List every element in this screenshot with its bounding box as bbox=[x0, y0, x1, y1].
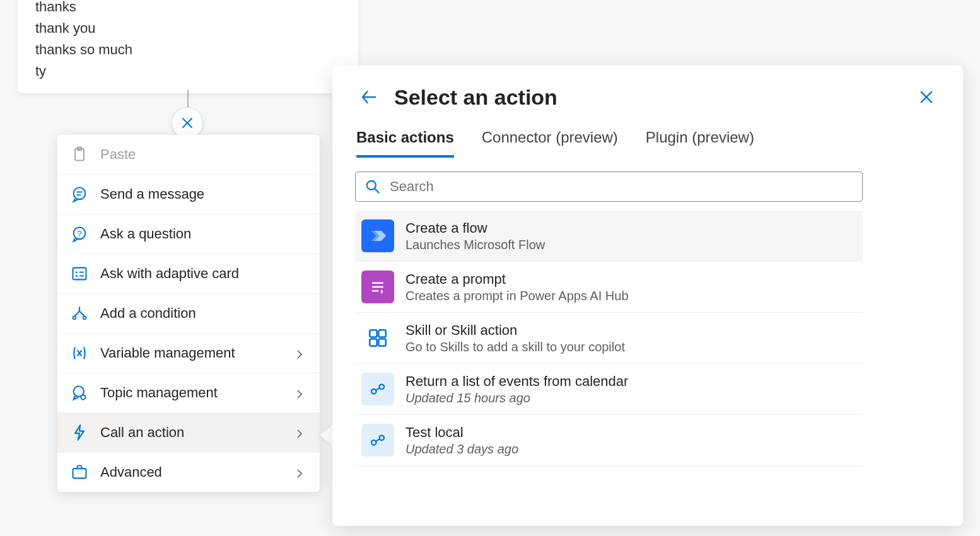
action-create-flow[interactable]: Create a flow Launches Microsoft Flow bbox=[355, 211, 863, 262]
menu-item-call-action[interactable]: Call an action bbox=[57, 413, 320, 453]
action-title: Skill or Skill action bbox=[405, 322, 625, 339]
connector-line bbox=[187, 90, 189, 108]
paste-icon bbox=[70, 145, 89, 164]
menu-label: Ask a question bbox=[100, 226, 191, 242]
menu-item-ask-question[interactable]: ? Ask a question bbox=[57, 214, 320, 254]
svg-point-13 bbox=[83, 317, 86, 320]
svg-line-31 bbox=[376, 439, 380, 441]
svg-rect-25 bbox=[378, 339, 385, 346]
menu-label: Ask with adaptive card bbox=[100, 265, 239, 282]
svg-rect-23 bbox=[378, 330, 385, 337]
svg-line-28 bbox=[376, 388, 380, 390]
condition-icon bbox=[70, 304, 89, 323]
chevron-right-icon bbox=[295, 347, 307, 359]
menu-label: Variable management bbox=[100, 345, 235, 361]
panel-header: Select an action bbox=[355, 83, 940, 111]
back-button[interactable] bbox=[355, 83, 383, 111]
svg-rect-22 bbox=[370, 330, 376, 337]
message-icon bbox=[70, 185, 89, 204]
panel-title: Select an action bbox=[394, 85, 913, 110]
svg-point-10 bbox=[76, 275, 78, 277]
variable-icon bbox=[70, 344, 89, 363]
trigger-phrase: ty bbox=[35, 61, 341, 82]
topic-icon bbox=[70, 383, 89, 402]
close-icon bbox=[180, 115, 195, 131]
action-title: Return a list of events from calendar bbox=[405, 373, 628, 390]
menu-item-send-message[interactable]: Send a message bbox=[57, 175, 320, 214]
cloud-flow-icon bbox=[361, 424, 394, 457]
action-subtitle: Updated 3 days ago bbox=[405, 442, 518, 457]
action-skill[interactable]: Skill or Skill action Go to Skills to ad… bbox=[355, 313, 863, 364]
card-icon bbox=[70, 264, 89, 283]
menu-item-condition[interactable]: Add a condition bbox=[57, 294, 320, 334]
menu-label: Topic management bbox=[100, 385, 218, 401]
menu-item-advanced[interactable]: Advanced bbox=[57, 453, 320, 492]
node-context-menu: Paste Send a message ? Ask a question As… bbox=[57, 135, 320, 492]
svg-point-30 bbox=[380, 436, 385, 441]
trigger-phrase: thank you bbox=[35, 18, 341, 39]
svg-rect-16 bbox=[73, 469, 86, 478]
action-icon bbox=[70, 423, 89, 442]
advanced-icon bbox=[70, 463, 89, 482]
action-subtitle: Go to Skills to add a skill to your copi… bbox=[405, 340, 625, 354]
action-subtitle: Updated 15 hours ago bbox=[405, 391, 628, 405]
trigger-phrase-card: thanks thank you thanks so much ty bbox=[18, 0, 358, 93]
svg-point-8 bbox=[76, 271, 78, 273]
svg-point-26 bbox=[371, 389, 376, 394]
action-subtitle: Creates a prompt in Power Apps AI Hub bbox=[405, 289, 629, 303]
action-subtitle: Launches Microsoft Flow bbox=[405, 238, 545, 252]
menu-item-topic[interactable]: Topic management bbox=[57, 373, 320, 413]
close-icon bbox=[918, 88, 935, 106]
prompt-icon bbox=[361, 271, 394, 303]
flyout-pointer bbox=[320, 425, 332, 445]
action-test-local[interactable]: Test local Updated 3 days ago bbox=[355, 415, 863, 466]
action-title: Create a flow bbox=[405, 220, 545, 236]
cloud-flow-icon bbox=[361, 373, 394, 405]
skill-icon bbox=[361, 322, 394, 354]
trigger-phrase: thanks so much bbox=[35, 39, 341, 61]
action-create-prompt[interactable]: Create a prompt Creates a prompt in Powe… bbox=[355, 262, 863, 313]
svg-point-2 bbox=[74, 188, 86, 200]
panel-tabs: Basic actions Connector (preview) Plugin… bbox=[355, 129, 940, 158]
action-calendar-events[interactable]: Return a list of events from calendar Up… bbox=[355, 364, 863, 415]
svg-point-27 bbox=[380, 385, 385, 390]
tab-connector[interactable]: Connector (preview) bbox=[482, 129, 618, 158]
action-list: Create a flow Launches Microsoft Flow Cr… bbox=[355, 211, 863, 466]
search-box[interactable] bbox=[355, 172, 863, 202]
chevron-right-icon bbox=[295, 466, 307, 479]
menu-item-adaptive-card[interactable]: Ask with adaptive card bbox=[57, 254, 320, 294]
search-input[interactable] bbox=[390, 178, 853, 195]
svg-point-15 bbox=[81, 395, 85, 400]
trigger-phrase: thanks bbox=[35, 0, 341, 18]
tab-basic-actions[interactable]: Basic actions bbox=[356, 129, 454, 158]
menu-item-paste[interactable]: Paste bbox=[57, 135, 320, 175]
add-node-button[interactable] bbox=[172, 107, 203, 139]
select-action-panel: Select an action Basic actions Connector… bbox=[332, 66, 963, 526]
flow-icon bbox=[361, 219, 394, 252]
svg-point-12 bbox=[73, 317, 76, 320]
action-title: Create a prompt bbox=[405, 271, 629, 288]
menu-label: Paste bbox=[100, 146, 136, 163]
menu-label: Send a message bbox=[100, 186, 204, 202]
tab-plugin[interactable]: Plugin (preview) bbox=[646, 129, 754, 158]
chevron-right-icon bbox=[295, 426, 307, 439]
menu-label: Advanced bbox=[100, 464, 162, 481]
close-button[interactable] bbox=[913, 83, 940, 111]
chevron-right-icon bbox=[295, 387, 307, 399]
svg-line-18 bbox=[375, 189, 379, 193]
action-title: Test local bbox=[405, 424, 518, 441]
svg-rect-7 bbox=[73, 268, 86, 280]
svg-text:?: ? bbox=[77, 229, 81, 238]
menu-item-variable[interactable]: Variable management bbox=[57, 334, 320, 373]
menu-label: Call an action bbox=[100, 424, 184, 441]
arrow-left-icon bbox=[359, 88, 378, 107]
search-icon bbox=[365, 178, 381, 195]
menu-label: Add a condition bbox=[100, 305, 196, 322]
svg-rect-24 bbox=[370, 339, 376, 346]
question-icon: ? bbox=[70, 224, 89, 243]
svg-point-29 bbox=[371, 440, 376, 445]
